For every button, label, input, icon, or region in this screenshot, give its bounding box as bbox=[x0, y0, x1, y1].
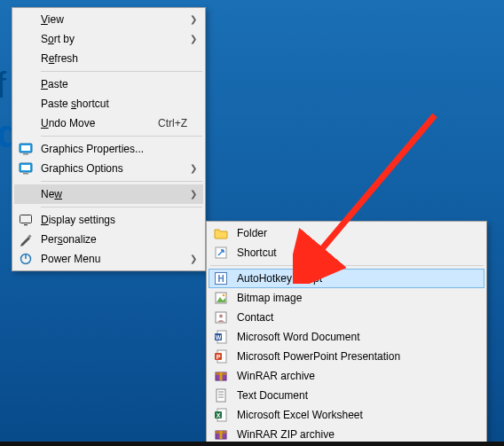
svg-rect-4 bbox=[21, 165, 30, 170]
submenu-item-autohotkey-script[interactable]: H AutoHotkey Script bbox=[209, 269, 484, 288]
winrar-icon bbox=[209, 369, 233, 383]
menu-separator bbox=[41, 181, 202, 182]
submenu-item-label: Contact bbox=[233, 311, 484, 324]
submenu-item-powerpoint-presentation[interactable]: P Microsoft PowerPoint Presentation bbox=[209, 347, 484, 366]
svg-point-16 bbox=[223, 294, 225, 297]
power-icon bbox=[14, 252, 37, 266]
taskbar[interactable] bbox=[0, 442, 504, 446]
excel-icon: X bbox=[209, 408, 233, 422]
submenu-item-folder[interactable]: Folder bbox=[209, 223, 484, 243]
submenu-item-label: WinRAR ZIP archive bbox=[233, 428, 484, 441]
menu-item-view[interactable]: View ❯ bbox=[14, 10, 203, 29]
svg-text:W: W bbox=[216, 334, 222, 340]
winrar-zip-icon bbox=[209, 427, 233, 442]
menu-item-label: Graphics Options bbox=[37, 162, 203, 175]
submenu-arrow-icon: ❯ bbox=[190, 34, 197, 43]
menu-item-label: Undo Move bbox=[37, 117, 158, 129]
svg-rect-2 bbox=[23, 153, 28, 155]
submenu-item-label: Folder bbox=[233, 227, 484, 239]
submenu-item-label: Bitmap image bbox=[233, 292, 484, 304]
personalize-icon bbox=[14, 232, 37, 246]
bitmap-icon bbox=[209, 291, 233, 305]
desktop-context-menu: View ❯ Sort by ❯ Refresh Paste Paste sho… bbox=[12, 7, 206, 271]
submenu-arrow-icon: ❯ bbox=[190, 189, 197, 199]
submenu-item-label: Microsoft Word Document bbox=[233, 331, 484, 343]
word-icon: W bbox=[209, 330, 233, 344]
submenu-item-excel-worksheet[interactable]: X Microsoft Excel Worksheet bbox=[209, 405, 484, 425]
svg-text:P: P bbox=[217, 354, 221, 360]
menu-item-paste[interactable]: Paste bbox=[14, 74, 203, 94]
menu-item-label: Graphics Properties... bbox=[37, 143, 203, 155]
submenu-item-winrar-archive[interactable]: WinRAR archive bbox=[209, 366, 484, 386]
menu-item-label: New bbox=[37, 188, 203, 200]
submenu-item-word-document[interactable]: W Microsoft Word Document bbox=[209, 327, 484, 347]
svg-text:H: H bbox=[217, 274, 224, 284]
submenu-item-text-document[interactable]: Text Document bbox=[209, 386, 484, 405]
svg-rect-28 bbox=[217, 389, 225, 402]
svg-text:X: X bbox=[217, 412, 221, 419]
submenu-item-shortcut[interactable]: Shortcut bbox=[209, 243, 484, 262]
menu-item-label: Paste shortcut bbox=[37, 98, 203, 110]
menu-item-display-settings[interactable]: Display settings bbox=[14, 210, 203, 230]
svg-rect-37 bbox=[220, 431, 223, 439]
svg-rect-6 bbox=[20, 215, 32, 223]
background-text: f bbox=[0, 66, 6, 106]
menu-item-new[interactable]: New ❯ bbox=[14, 184, 203, 204]
menu-separator bbox=[41, 207, 202, 207]
menu-separator bbox=[41, 136, 202, 137]
svg-rect-7 bbox=[24, 224, 28, 225]
powerpoint-icon: P bbox=[209, 349, 233, 364]
submenu-item-label: AutoHotkey Script bbox=[233, 272, 484, 285]
graphics-properties-icon bbox=[14, 142, 37, 156]
submenu-arrow-icon: ❯ bbox=[190, 254, 197, 263]
menu-item-label: Personalize bbox=[37, 233, 203, 246]
menu-item-label: Sort by bbox=[37, 33, 203, 45]
menu-item-sort-by[interactable]: Sort by ❯ bbox=[14, 29, 203, 49]
menu-item-paste-shortcut[interactable]: Paste shortcut bbox=[14, 94, 203, 113]
svg-point-18 bbox=[219, 315, 223, 318]
menu-separator bbox=[41, 71, 202, 72]
menu-item-power-menu[interactable]: Power Menu ❯ bbox=[14, 249, 203, 269]
submenu-arrow-icon: ❯ bbox=[190, 14, 197, 24]
new-submenu: Folder Shortcut H AutoHotkey Script Bitm… bbox=[206, 221, 487, 446]
submenu-item-label: Text Document bbox=[233, 389, 484, 402]
text-document-icon bbox=[209, 388, 233, 403]
svg-rect-5 bbox=[23, 173, 28, 175]
menu-item-graphics-options[interactable]: Graphics Options ❯ bbox=[14, 159, 203, 178]
menu-item-undo-move[interactable]: Undo Move Ctrl+Z bbox=[14, 113, 203, 133]
folder-icon bbox=[209, 226, 233, 240]
menu-item-graphics-properties[interactable]: Graphics Properties... bbox=[14, 139, 203, 159]
menu-item-label: Power Menu bbox=[37, 253, 203, 265]
menu-item-personalize[interactable]: Personalize bbox=[14, 230, 203, 249]
graphics-options-icon bbox=[14, 161, 37, 176]
display-settings-icon bbox=[14, 213, 37, 227]
menu-item-label: View bbox=[37, 13, 203, 26]
contact-icon bbox=[209, 310, 233, 325]
menu-item-label: Refresh bbox=[37, 52, 203, 65]
submenu-item-contact[interactable]: Contact bbox=[209, 308, 484, 327]
menu-separator bbox=[210, 265, 484, 266]
autohotkey-icon: H bbox=[209, 271, 233, 286]
submenu-arrow-icon: ❯ bbox=[190, 163, 197, 173]
menu-item-label: Display settings bbox=[37, 214, 203, 226]
submenu-item-label: Microsoft PowerPoint Presentation bbox=[233, 350, 484, 363]
svg-rect-27 bbox=[220, 372, 223, 380]
menu-item-label: Paste bbox=[37, 78, 203, 90]
submenu-item-label: WinRAR archive bbox=[233, 370, 484, 382]
submenu-item-label: Shortcut bbox=[233, 246, 484, 259]
submenu-item-bitmap-image[interactable]: Bitmap image bbox=[209, 288, 484, 308]
menu-item-shortcut: Ctrl+Z bbox=[158, 117, 203, 129]
submenu-item-label: Microsoft Excel Worksheet bbox=[233, 409, 484, 421]
shortcut-icon bbox=[209, 246, 233, 260]
svg-rect-1 bbox=[21, 145, 30, 151]
menu-item-refresh[interactable]: Refresh bbox=[14, 49, 203, 68]
